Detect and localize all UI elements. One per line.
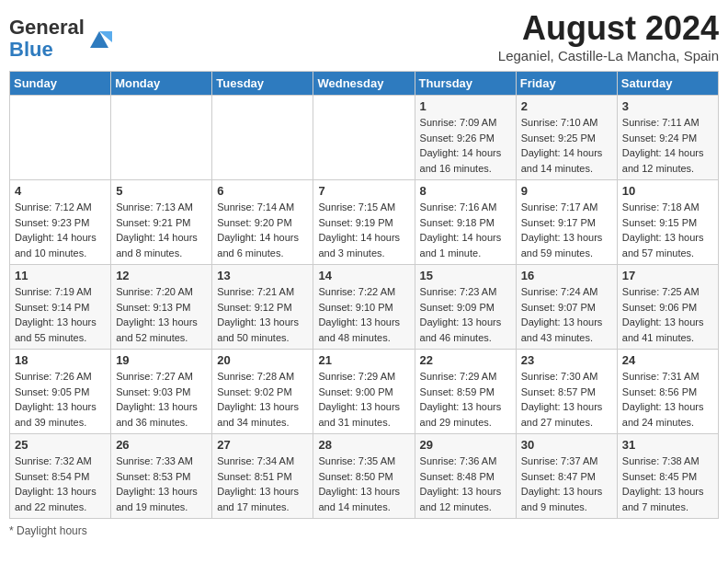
cell-content: Sunrise: 7:18 AM	[622, 200, 713, 215]
cell-content: Sunrise: 7:30 AM	[521, 369, 612, 385]
calendar-day-header: Monday	[111, 72, 212, 96]
calendar-cell: 16Sunrise: 7:24 AMSunset: 9:07 PMDayligh…	[516, 265, 617, 350]
cell-content: Daylight: 13 hours and 7 minutes.	[622, 484, 713, 514]
cell-content: Daylight: 13 hours and 36 minutes.	[116, 399, 207, 430]
cell-content: Sunset: 8:51 PM	[217, 469, 308, 485]
cell-content: Sunset: 8:53 PM	[116, 469, 207, 485]
cell-content: Daylight: 13 hours and 57 minutes.	[622, 230, 713, 260]
cell-content: Sunset: 9:14 PM	[15, 300, 106, 316]
day-number: 30	[521, 438, 612, 452]
cell-content: Daylight: 13 hours and 22 minutes.	[15, 484, 106, 514]
day-number: 6	[217, 184, 308, 198]
cell-content: Daylight: 13 hours and 34 minutes.	[217, 399, 308, 430]
cell-content: Sunset: 8:57 PM	[521, 385, 612, 400]
cell-content: Sunset: 9:18 PM	[420, 215, 511, 231]
calendar-cell: 7Sunrise: 7:15 AMSunset: 9:19 PMDaylight…	[313, 180, 415, 265]
cell-content: Sunrise: 7:31 AM	[622, 369, 713, 385]
cell-content: Daylight: 13 hours and 39 minutes.	[15, 399, 106, 430]
daylight-note: Daylight hours	[17, 524, 87, 537]
cell-content: Sunset: 9:06 PM	[622, 300, 713, 316]
cell-content: Sunrise: 7:11 AM	[622, 115, 713, 131]
calendar-cell: 1Sunrise: 7:09 AMSunset: 9:26 PMDaylight…	[415, 96, 516, 180]
cell-content: Sunrise: 7:13 AM	[116, 200, 207, 215]
day-number: 4	[15, 184, 106, 198]
cell-content: Sunset: 8:48 PM	[420, 469, 511, 485]
day-number: 16	[521, 269, 612, 282]
day-number: 23	[521, 353, 612, 367]
cell-content: Sunrise: 7:28 AM	[217, 369, 308, 385]
calendar-cell: 18Sunrise: 7:26 AMSunset: 9:05 PMDayligh…	[10, 350, 111, 434]
calendar-cell: 14Sunrise: 7:22 AMSunset: 9:10 PMDayligh…	[313, 265, 415, 350]
cell-content: Sunset: 9:20 PM	[217, 215, 308, 231]
day-number: 17	[622, 269, 713, 282]
day-number: 18	[15, 353, 106, 367]
location: Leganiel, Castille-La Mancha, Spain	[498, 48, 719, 63]
cell-content: Daylight: 13 hours and 14 minutes.	[318, 484, 409, 514]
cell-content: Sunrise: 7:29 AM	[420, 369, 511, 385]
calendar-week-row: 18Sunrise: 7:26 AMSunset: 9:05 PMDayligh…	[10, 350, 719, 434]
calendar-cell: 17Sunrise: 7:25 AMSunset: 9:06 PMDayligh…	[617, 265, 718, 350]
calendar-cell	[313, 96, 415, 180]
calendar-cell	[212, 96, 313, 180]
cell-content: Sunrise: 7:27 AM	[116, 369, 207, 385]
calendar-cell: 5Sunrise: 7:13 AMSunset: 9:21 PMDaylight…	[111, 180, 212, 265]
day-number: 13	[217, 269, 308, 282]
cell-content: Sunrise: 7:20 AM	[116, 284, 207, 300]
cell-content: Sunset: 9:21 PM	[116, 215, 207, 231]
cell-content: Daylight: 14 hours and 12 minutes.	[622, 145, 713, 176]
cell-content: Sunrise: 7:37 AM	[521, 454, 612, 469]
cell-content: Sunset: 9:26 PM	[420, 131, 511, 146]
day-number: 9	[521, 184, 612, 198]
cell-content: Sunrise: 7:36 AM	[420, 454, 511, 469]
cell-content: Sunset: 9:03 PM	[116, 385, 207, 400]
cell-content: Sunset: 8:56 PM	[622, 385, 713, 400]
cell-content: Sunrise: 7:25 AM	[622, 284, 713, 300]
cell-content: Sunrise: 7:38 AM	[622, 454, 713, 469]
logo-blue: Blue	[9, 38, 53, 61]
cell-content: Sunset: 8:54 PM	[15, 469, 106, 485]
cell-content: Sunset: 9:17 PM	[521, 215, 612, 231]
cell-content: Sunset: 9:19 PM	[318, 215, 409, 231]
cell-content: Sunset: 9:23 PM	[15, 215, 106, 231]
cell-content: Daylight: 14 hours and 3 minutes.	[318, 230, 409, 260]
calendar-cell: 8Sunrise: 7:16 AMSunset: 9:18 PMDaylight…	[415, 180, 516, 265]
calendar-cell: 28Sunrise: 7:35 AMSunset: 8:50 PMDayligh…	[313, 434, 415, 519]
cell-content: Daylight: 13 hours and 9 minutes.	[521, 484, 612, 514]
cell-content: Sunrise: 7:24 AM	[521, 284, 612, 300]
day-number: 19	[116, 353, 207, 367]
day-number: 3	[622, 99, 713, 113]
cell-content: Daylight: 14 hours and 6 minutes.	[217, 230, 308, 260]
cell-content: Daylight: 13 hours and 48 minutes.	[318, 315, 409, 345]
calendar-cell: 29Sunrise: 7:36 AMSunset: 8:48 PMDayligh…	[415, 434, 516, 519]
cell-content: Sunrise: 7:17 AM	[521, 200, 612, 215]
day-number: 12	[116, 269, 207, 282]
footer-note: * Daylight hours	[9, 524, 719, 537]
cell-content: Daylight: 13 hours and 59 minutes.	[521, 230, 612, 260]
calendar-cell: 10Sunrise: 7:18 AMSunset: 9:15 PMDayligh…	[617, 180, 718, 265]
logo-text: General Blue	[9, 17, 85, 61]
cell-content: Sunset: 9:12 PM	[217, 300, 308, 316]
cell-content: Daylight: 13 hours and 24 minutes.	[622, 399, 713, 430]
cell-content: Sunrise: 7:23 AM	[420, 284, 511, 300]
day-number: 15	[420, 269, 511, 282]
calendar-cell: 6Sunrise: 7:14 AMSunset: 9:20 PMDaylight…	[212, 180, 313, 265]
cell-content: Sunset: 9:10 PM	[318, 300, 409, 316]
day-number: 29	[420, 438, 511, 452]
cell-content: Sunset: 9:05 PM	[15, 385, 106, 400]
calendar-cell: 9Sunrise: 7:17 AMSunset: 9:17 PMDaylight…	[516, 180, 617, 265]
calendar-cell: 11Sunrise: 7:19 AMSunset: 9:14 PMDayligh…	[10, 265, 111, 350]
day-number: 31	[622, 438, 713, 452]
calendar-cell: 25Sunrise: 7:32 AMSunset: 8:54 PMDayligh…	[10, 434, 111, 519]
cell-content: Daylight: 13 hours and 43 minutes.	[521, 315, 612, 345]
cell-content: Sunrise: 7:15 AM	[318, 200, 409, 215]
calendar-day-header: Sunday	[10, 72, 111, 96]
calendar-cell: 30Sunrise: 7:37 AMSunset: 8:47 PMDayligh…	[516, 434, 617, 519]
calendar-cell: 4Sunrise: 7:12 AMSunset: 9:23 PMDaylight…	[10, 180, 111, 265]
day-number: 20	[217, 353, 308, 367]
cell-content: Daylight: 14 hours and 8 minutes.	[116, 230, 207, 260]
day-number: 21	[318, 353, 409, 367]
cell-content: Sunrise: 7:34 AM	[217, 454, 308, 469]
calendar-cell	[10, 96, 111, 180]
calendar-cell: 27Sunrise: 7:34 AMSunset: 8:51 PMDayligh…	[212, 434, 313, 519]
title-block: August 2024 Leganiel, Castille-La Mancha…	[498, 9, 719, 63]
